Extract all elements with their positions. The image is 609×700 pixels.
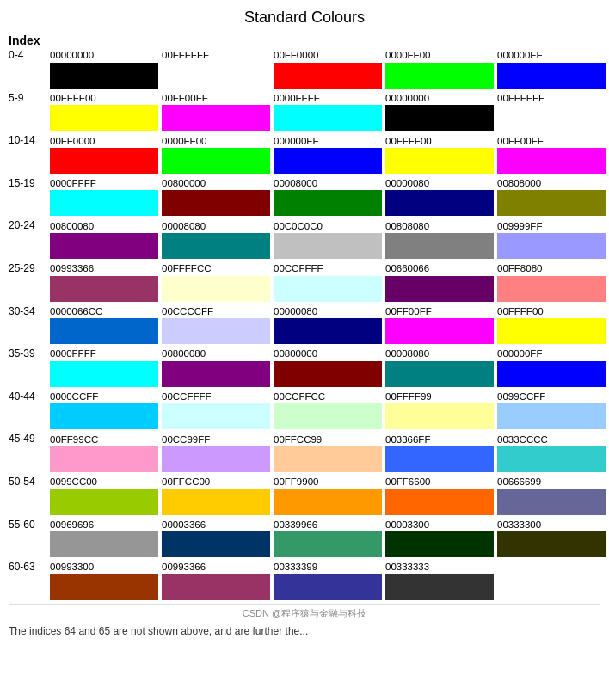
hex-cell-7-0: 0000FFFF <box>50 347 162 360</box>
swatch-4-4 <box>497 233 606 259</box>
hex-cell-4-3: 00808080 <box>385 220 497 233</box>
text-row-9: 45-4900FF99CC00CC99FF00FFCC99003366FF003… <box>9 433 600 446</box>
swatch-6-0 <box>50 318 158 344</box>
swatches-12 <box>50 574 600 600</box>
hex-codes-3: 0000FFFF00800000000080000000008000808000 <box>50 177 609 190</box>
row-group-60-63: 60-6300993300009933660033339900333333 <box>9 561 600 600</box>
hex-cell-6-3: 00FF00FF <box>385 305 497 318</box>
swatch-7-2 <box>274 361 382 387</box>
row-label-1: 5-9 <box>9 92 50 106</box>
row-label-12: 60-63 <box>9 561 50 574</box>
hex-cell-0-0: 00000000 <box>50 49 162 62</box>
hex-cell-6-0: 0000066CC <box>50 305 162 318</box>
swatches-11 <box>50 531 609 557</box>
hex-cell-8-0: 0000CCFF <box>50 390 162 403</box>
hex-cell-1-0: 00FFFF00 <box>50 92 162 105</box>
hex-cell-1-3: 00000000 <box>385 92 497 105</box>
text-row-6: 30-340000066CC00CCCCFF0000008000FF00FF00… <box>9 305 600 319</box>
hex-cell-3-3: 00000080 <box>385 177 497 190</box>
swatch-8-1 <box>162 403 270 429</box>
swatch-8-0 <box>50 403 158 429</box>
swatch-10-3 <box>385 489 494 515</box>
hex-cell-5-4: 00FF8080 <box>497 262 609 275</box>
hex-cell-2-2: 000000FF <box>274 135 385 148</box>
row-label-2: 10-14 <box>9 134 50 148</box>
hex-cell-5-2: 00CCFFFF <box>274 262 385 275</box>
hex-cell-8-1: 00CCFFFF <box>162 390 274 403</box>
swatch-5-3 <box>385 276 494 302</box>
hex-cell-10-1: 00FFCC00 <box>162 476 274 488</box>
row-group-15-19: 15-190000FFFF008000000000800000000080008… <box>9 177 600 217</box>
row-label-5: 25-29 <box>9 262 50 276</box>
swatch-4-3 <box>385 233 494 259</box>
text-row-2: 10-1400FF00000000FF00000000FF00FFFF0000F… <box>9 134 600 148</box>
hex-cell-10-3: 00FF6600 <box>385 476 497 488</box>
watermark: CSDN @程序猿与金融与科技 <box>9 604 600 620</box>
hex-cell-5-0: 00993366 <box>50 262 162 275</box>
hex-cell-11-4: 00333300 <box>497 519 609 531</box>
row-group-55-60: 55-6000969696000033660033996600003300003… <box>9 519 600 558</box>
row-group-0-4: 0-40000000000FFFFFF00FF00000000FF0000000… <box>9 49 600 89</box>
text-row-1: 5-900FFFF0000FF00FF0000FFFF0000000000FFF… <box>9 92 600 106</box>
swatch-10-0 <box>50 489 158 515</box>
swatches-0 <box>50 63 609 89</box>
hex-cell-3-0: 0000FFFF <box>50 177 162 190</box>
swatch-12-0 <box>50 574 158 600</box>
swatch-6-1 <box>162 318 270 344</box>
hex-cell-4-1: 00008080 <box>162 220 274 233</box>
text-row-7: 35-390000FFFF008000800080000000008080000… <box>9 347 600 361</box>
swatch-3-1 <box>162 190 270 216</box>
swatch-11-2 <box>274 531 382 557</box>
row-group-5-9: 5-900FFFF0000FF00FF0000FFFF0000000000FFF… <box>9 92 600 132</box>
color-row-2 <box>9 148 600 174</box>
color-row-12 <box>9 574 600 600</box>
swatch-7-3 <box>385 361 494 387</box>
swatch-0-1 <box>162 63 270 89</box>
swatch-2-4 <box>497 148 606 174</box>
swatch-0-2 <box>274 63 382 89</box>
hex-codes-12: 00993300009933660033339900333333 <box>50 561 600 574</box>
hex-cell-9-1: 00CC99FF <box>162 433 274 446</box>
hex-codes-11: 0096969600003366003399660000330000333300 <box>50 519 609 531</box>
color-row-7 <box>9 361 600 387</box>
swatch-1-2 <box>274 105 382 131</box>
color-row-4 <box>9 233 600 259</box>
row-label-0: 0-4 <box>9 49 50 63</box>
swatch-9-0 <box>50 446 158 472</box>
hex-cell-2-4: 00FF00FF <box>497 135 609 148</box>
swatches-8 <box>50 403 609 429</box>
swatch-12-1 <box>162 574 270 600</box>
swatches-10 <box>50 489 609 515</box>
row-group-35-39: 35-390000FFFF008000800080000000008080000… <box>9 347 600 387</box>
swatch-4-2 <box>274 233 382 259</box>
row-group-50-54: 50-540099CC0000FFCC0000FF990000FF6600006… <box>9 476 600 515</box>
hex-cell-11-3: 00003300 <box>385 519 497 531</box>
hex-cell-11-2: 00339966 <box>274 519 385 531</box>
swatch-5-2 <box>274 276 382 302</box>
hex-cell-2-1: 0000FF00 <box>162 135 274 148</box>
swatch-1-4 <box>497 105 606 131</box>
row-label-4: 20-24 <box>9 219 50 233</box>
swatch-7-0 <box>50 361 158 387</box>
swatch-11-1 <box>162 531 270 557</box>
hex-cell-6-4: 00FFFF00 <box>497 305 609 318</box>
swatch-1-3 <box>385 105 494 131</box>
color-row-8 <box>9 403 600 429</box>
swatch-11-0 <box>50 531 158 557</box>
row-label-6: 30-34 <box>9 305 50 319</box>
swatch-9-3 <box>385 446 494 472</box>
hex-cell-11-0: 00969696 <box>50 519 162 531</box>
hex-codes-2: 00FF00000000FF00000000FF00FFFF0000FF00FF <box>50 135 609 148</box>
swatch-11-4 <box>497 531 606 557</box>
color-row-6 <box>9 318 600 344</box>
text-row-4: 20-24008000800000808000C0C0C000808080009… <box>9 219 600 233</box>
hex-cell-9-2: 00FFCC99 <box>274 433 385 446</box>
hex-cell-4-2: 00C0C0C0 <box>274 220 385 233</box>
hex-cell-12-1: 00993366 <box>162 561 274 574</box>
swatch-4-0 <box>50 233 158 259</box>
hex-cell-2-0: 00FF0000 <box>50 135 162 148</box>
hex-cell-2-3: 00FFFF00 <box>385 135 497 148</box>
swatch-6-4 <box>497 318 606 344</box>
swatch-6-2 <box>274 318 382 344</box>
swatch-9-2 <box>274 446 382 472</box>
